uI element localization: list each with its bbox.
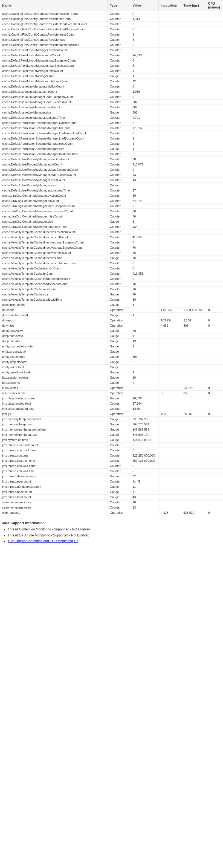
metric-time — [181, 120, 206, 126]
metric-type: Counter — [107, 79, 130, 84]
metric-value: 32 — [130, 474, 158, 479]
metric-cpu — [206, 276, 223, 281]
table-row: cache.DefaultIssueLinkManager.evictionCo… — [0, 84, 223, 89]
metric-value: 47 — [130, 489, 158, 495]
jmx-support-item[interactable]: Turn Thread Contention And CPU Monitorin… — [8, 538, 221, 545]
metric-type: Operation — [107, 318, 130, 323]
metrics-table: Name Type Value Invocation Time (ms) CPU… — [0, 0, 223, 516]
metric-name: cache.JiraOsgiContainerManager.totalLoad… — [0, 224, 107, 229]
metric-invocation — [158, 380, 181, 385]
metric-type: Gauge — [107, 255, 130, 261]
metric-cpu — [206, 365, 223, 370]
metric-value: 0 — [130, 463, 158, 469]
metric-invocation — [158, 474, 181, 479]
table-row: cache.CachingFieldConfigContextPersister… — [0, 32, 223, 37]
metric-time — [181, 68, 206, 73]
jmx-support-list: Thread Contention Monitoring - Supported… — [8, 527, 221, 545]
metric-type: Counter — [107, 32, 130, 37]
metric-cpu — [206, 58, 223, 63]
metric-type: Counter — [107, 193, 130, 198]
table-row: jmx.thread.total.countGauge43 — [0, 495, 223, 500]
table-row: cache.JiraOsgiContainerManager.missCount… — [0, 214, 223, 219]
metric-value: 0 — [130, 131, 158, 136]
metric-time — [181, 100, 206, 105]
metric-time — [181, 172, 206, 178]
metric-name: cache.DefaultIssueLinkManager.loadSucces… — [0, 100, 107, 105]
metric-cpu — [206, 489, 223, 495]
metric-value: 0 — [130, 48, 158, 53]
metric-time — [181, 443, 206, 448]
metric-cpu: 0 — [206, 411, 223, 416]
metric-time — [181, 313, 206, 318]
metric-value: 86 — [130, 214, 158, 219]
metric-name: cache.JiraOsgiContainerManager.loadSucce… — [0, 209, 107, 214]
metric-cpu — [206, 360, 223, 365]
metric-time — [181, 276, 206, 281]
metric-invocation — [158, 453, 181, 458]
metric-time — [181, 302, 206, 308]
metric-value: 0 — [130, 22, 158, 27]
table-row: jmx.thread.nondaemon.countGauge11 — [0, 484, 223, 489]
metric-cpu — [206, 302, 223, 308]
metric-name: cache.VelocityTemplateCache.loadSuccessC… — [0, 281, 107, 287]
metric-value: 0 — [130, 58, 158, 63]
metric-invocation — [158, 68, 181, 73]
metric-time — [181, 42, 206, 48]
metric-cpu — [206, 172, 223, 178]
metric-type: Gauge — [107, 416, 130, 422]
metric-name: cache.CachingFieldConfigContextPersister… — [0, 22, 107, 27]
metric-cpu: 0 — [206, 510, 223, 516]
metric-cpu — [206, 68, 223, 73]
metric-type: Counter — [107, 276, 130, 281]
table-row: web.requestsOperation4,328623,5120 — [0, 510, 223, 516]
metric-cpu — [206, 42, 223, 48]
metric-type: Counter — [107, 204, 130, 209]
metric-type: Operation — [107, 391, 130, 396]
metric-cpu — [206, 167, 223, 172]
metric-time — [181, 141, 206, 146]
metric-cpu — [206, 422, 223, 427]
metric-type: Counter — [107, 188, 130, 193]
metric-invocation — [158, 427, 181, 432]
metric-type: Counter — [107, 198, 130, 204]
metric-name: cache.JiraOsgiContainerManager.size — [0, 219, 107, 224]
metric-time — [181, 178, 206, 183]
table-row: http.session.objectsGauge10 — [0, 375, 223, 380]
metric-cpu — [206, 32, 223, 37]
metric-cpu — [206, 152, 223, 157]
metric-invocation — [158, 297, 181, 302]
table-row: cache.DefaultFieldLayoutManager.loadExce… — [0, 58, 223, 63]
metric-cpu — [206, 266, 223, 271]
metric-type: Counter — [107, 240, 130, 245]
metric-value: 1 — [130, 73, 158, 79]
metric-cpu — [206, 188, 223, 193]
metric-type: Counter — [107, 250, 130, 255]
metric-name: cache.VelocityTemplateCache.loadExceptio… — [0, 276, 107, 281]
metric-value: 5 — [130, 42, 158, 48]
table-row: dbcp.numActiveGauge1 — [0, 334, 223, 339]
metric-time — [181, 250, 206, 255]
metric-time — [181, 146, 206, 152]
metric-time — [181, 432, 206, 437]
metric-name: cache.DefaultFieldLayoutManager.missCoun… — [0, 68, 107, 73]
metric-cpu — [206, 463, 223, 469]
metric-type: Counter — [107, 162, 130, 167]
metric-invocation — [158, 245, 181, 250]
metric-value: 0 — [130, 261, 158, 266]
col-header-type: Type — [107, 0, 130, 11]
metric-invocation — [158, 354, 181, 360]
metric-cpu — [206, 214, 223, 219]
metric-cpu — [206, 48, 223, 53]
metric-time — [181, 53, 206, 58]
metric-value: 419,353 — [130, 271, 158, 276]
metric-value: 564,776,504 — [130, 422, 158, 427]
table-row: cache.VelocityTemplateCache.totalLoadTim… — [0, 297, 223, 302]
metric-name: issue.index.reads — [0, 391, 107, 396]
table-row: jmx.thread.daemon.countGauge32 — [0, 474, 223, 479]
metric-invocation: 194 — [158, 411, 181, 416]
metric-name: cache.VelocityTemplateCache.directives.l… — [0, 245, 107, 250]
metric-name: jmx.thread.ever.count — [0, 479, 107, 484]
table-row: cache.DefaultPermissionSchemeManager.evi… — [0, 120, 223, 126]
metric-value: 19 — [130, 339, 158, 344]
metric-invocation — [158, 58, 181, 63]
